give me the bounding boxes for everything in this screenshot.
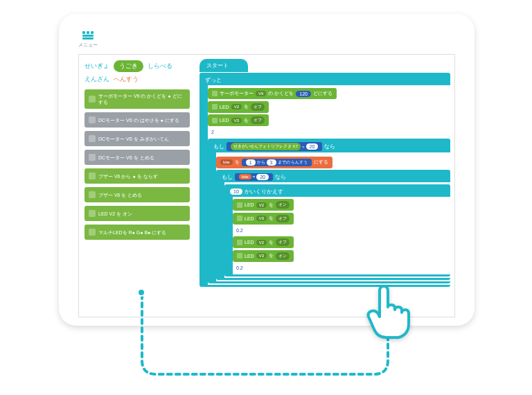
palette-block-dc-stop[interactable]: DCモーター V0 を とめる — [85, 150, 190, 165]
led-block[interactable]: LEDV3をオフ — [208, 114, 269, 126]
condition-block[interactable]: bite=20 — [235, 173, 273, 181]
category-tabs: せいぎょ うごき しらべる えんざん へんすう — [85, 60, 190, 84]
motor-icon — [89, 135, 96, 142]
led-icon — [237, 240, 242, 245]
palette-block-led-on[interactable]: LED V2 を オン — [85, 206, 190, 221]
category-control[interactable]: せいぎょ — [85, 62, 109, 71]
block-palette-sidebar: せいぎょ うごき しらべる えんざん へんすう サーボモーター V9 の かくど… — [79, 55, 195, 317]
palette-block-buzzer-stop[interactable]: ブザー V6 を とめる — [85, 187, 190, 202]
if-block[interactable]: もしbite=20なら 10かいくりかえす LEDV2をオン LEDV3をオフ … — [216, 170, 450, 280]
set-variable-block[interactable]: biteを1から3までの らんすうにする — [216, 157, 332, 168]
category-variable[interactable]: へんすう — [114, 75, 139, 84]
led-block[interactable]: LEDV3をオフ — [233, 213, 294, 225]
motor-icon — [212, 91, 218, 96]
menu-label: メニュー — [78, 42, 98, 49]
category-sensing[interactable]: しらべる — [148, 62, 172, 71]
palette-block-buzzer-play[interactable]: ブザー V6 から ● を ならす — [85, 168, 190, 184]
led-icon — [237, 202, 242, 208]
workspace[interactable]: スタート ずっと サーボモーターV9の かくどを120どにする LEDV2をオフ… — [195, 55, 454, 317]
led-block[interactable]: LEDV3をオン — [233, 250, 294, 262]
motor-icon — [89, 154, 96, 161]
repeat-block[interactable]: 10かいくりかえす LEDV2をオン LEDV3をオフ 0.2びょうまつ LED… — [224, 184, 450, 276]
menu-button[interactable]: メニュー — [78, 31, 98, 49]
led-icon — [89, 210, 96, 217]
category-motion[interactable]: うごき — [114, 60, 143, 72]
palette-block-servo[interactable]: サーボモーター V9 の かくどを ● どにする — [85, 89, 190, 109]
palette-block-dc-right[interactable]: DCモーター V0 を みぎかいてん — [85, 131, 190, 146]
speaker-icon — [89, 191, 96, 198]
hand-pointer-icon — [360, 281, 416, 346]
motor-icon — [89, 116, 96, 123]
editor-screen: せいぎょ うごき しらべる えんざん へんすう サーボモーター V9 の かくど… — [78, 54, 455, 317]
led-icon — [212, 118, 218, 123]
led-icon — [212, 104, 218, 109]
hat-block-start[interactable]: スタート — [200, 59, 248, 72]
palette-block-multiled[interactable]: マルチLEDを R● G● B● にする — [85, 225, 190, 240]
forever-block[interactable]: ずっと サーボモーターV9の かくどを120どにする LEDV2をオフ LEDV… — [200, 73, 450, 287]
palette-block-dc-speed[interactable]: DCモーター V0 の はやさを ● にする — [85, 112, 190, 128]
servo-block[interactable]: サーボモーターV9の かくどを120どにする — [208, 88, 337, 99]
led-icon — [237, 253, 242, 258]
drag-origin-dot — [137, 288, 145, 297]
if-block[interactable]: もしせきがいせんフォトリフレクタ K7>20なら biteを1から3までの らん… — [208, 139, 450, 283]
menu-icon — [82, 31, 94, 34]
condition-block[interactable]: せきがいせんフォトリフレクタ K7>20 — [227, 142, 322, 151]
led-block[interactable]: LEDV2をオン — [233, 199, 294, 211]
category-calc[interactable]: えんざん — [85, 75, 109, 84]
led-block[interactable]: LEDV2をオフ — [233, 236, 294, 248]
speaker-icon — [89, 173, 96, 179]
led-block[interactable]: LEDV2をオフ — [208, 101, 269, 113]
motor-icon — [89, 96, 96, 103]
led-icon — [89, 229, 96, 236]
led-icon — [237, 216, 242, 221]
tablet-frame: メニュー せいぎょ うごき しらべる えんざん へんすう サーボモーター V9 … — [59, 14, 475, 326]
